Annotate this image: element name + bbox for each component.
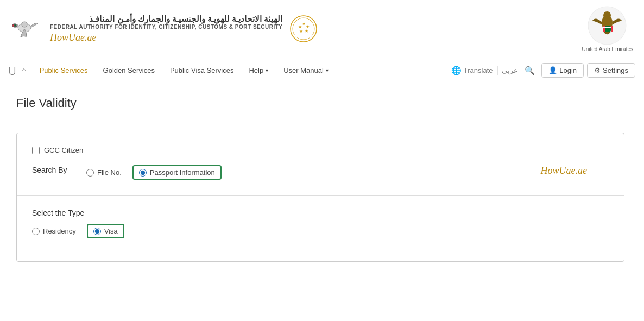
residency-option[interactable]: Residency: [32, 227, 76, 235]
user-manual-arrow-icon: ▾: [326, 67, 329, 73]
header-left: الهيئة الاتحاديـة للهويـة والجنسيـة والج…: [11, 12, 319, 45]
nav-public-services[interactable]: Public Services: [32, 58, 96, 83]
svg-rect-18: [611, 26, 613, 32]
header-text: الهيئة الاتحاديـة للهويـة والجنسيـة والج…: [50, 14, 282, 43]
nav-user-manual[interactable]: User Manual ▾: [276, 58, 336, 83]
login-button[interactable]: 👤 Login: [541, 63, 584, 78]
title-divider: [16, 119, 628, 119]
section-divider: [17, 195, 624, 196]
residency-label: Residency: [43, 227, 76, 235]
svg-text:★: ★: [302, 21, 306, 26]
form-card: GCC Citizen Search By File No. Passport …: [16, 133, 624, 262]
navbar: ⋃ ⌂ Public Services Golden Services Publ…: [0, 58, 644, 83]
svg-rect-17: [603, 26, 605, 32]
search-by-label: Search By: [32, 166, 75, 174]
search-icon[interactable]: 🔍: [521, 64, 538, 78]
file-no-label: File No.: [97, 168, 122, 177]
svg-point-1: [22, 22, 27, 27]
uae-label: United Arab Emirates: [582, 46, 634, 52]
file-no-radio[interactable]: [86, 169, 94, 177]
help-arrow-icon: ▾: [266, 67, 268, 73]
login-icon: 👤: [548, 66, 557, 74]
uae-falcon-icon: [587, 5, 628, 46]
passport-info-radio[interactable]: [139, 169, 147, 177]
translate-icon: 🌐: [451, 66, 462, 75]
search-by-radio-group: File No. Passport Information: [86, 165, 222, 180]
nav-public-visa-services[interactable]: Public Visa Services: [162, 58, 242, 83]
residency-radio[interactable]: [32, 228, 40, 235]
passport-info-option[interactable]: Passport Information: [139, 168, 215, 177]
header: الهيئة الاتحاديـة للهويـة والجنسيـة والج…: [0, 0, 644, 58]
uae-emblem: United Arab Emirates: [582, 5, 634, 52]
translate-label: Translate: [464, 66, 493, 74]
translate-button[interactable]: 🌐 Translate: [451, 66, 493, 75]
settings-button[interactable]: ⚙ Settings: [587, 63, 635, 78]
visa-radio[interactable]: [93, 228, 101, 235]
svg-point-15: [603, 11, 611, 19]
search-by-row: Search By File No. Passport Information: [32, 165, 609, 180]
english-title: FEDERAL AUTHORITY FOR IDENTITY, CITIZENS…: [50, 24, 282, 30]
grid-icon[interactable]: ⋃: [9, 65, 16, 75]
nav-golden-services[interactable]: Golden Services: [96, 58, 162, 83]
logo-bird-icon: [11, 12, 43, 45]
passport-info-highlight: Passport Information: [132, 165, 222, 180]
select-type-label: Select the Type: [32, 209, 609, 217]
select-type-section: Select the Type Residency Visa: [32, 209, 609, 238]
stars-emblem-icon: ★ ★ ★ ★ ★: [289, 14, 319, 44]
arabic-title: الهيئة الاتحاديـة للهويـة والجنسيـة والج…: [50, 14, 282, 24]
form-watermark: HowUae.ae: [541, 165, 587, 177]
select-type-radio-group: Residency Visa: [32, 224, 609, 238]
separator: |: [496, 65, 499, 76]
page-content: File Validity GCC Citizen Search By File…: [0, 83, 644, 275]
svg-point-6: [291, 16, 317, 42]
svg-rect-5: [12, 24, 14, 27]
home-icon[interactable]: ⌂: [21, 66, 27, 75]
svg-text:★: ★: [305, 29, 308, 34]
arabic-language-link[interactable]: عربي: [502, 66, 518, 74]
nav-right: 🌐 Translate | عربي 🔍 👤 Login ⚙ Settings: [451, 63, 635, 78]
visa-option[interactable]: Visa: [93, 227, 118, 235]
search-by-section: Search By File No. Passport Information: [32, 165, 609, 180]
gcc-citizen-checkbox[interactable]: [32, 147, 40, 154]
settings-icon: ⚙: [594, 66, 601, 74]
visa-highlight: Visa: [87, 224, 124, 238]
gcc-citizen-row: GCC Citizen: [32, 146, 609, 154]
svg-text:★: ★: [299, 29, 303, 34]
visa-label: Visa: [104, 227, 118, 235]
gcc-citizen-label[interactable]: GCC Citizen: [44, 146, 83, 154]
passport-info-label: Passport Information: [150, 168, 215, 177]
file-no-option[interactable]: File No.: [86, 168, 122, 177]
svg-rect-19: [603, 27, 611, 28]
svg-rect-4: [14, 27, 16, 27]
watermark: HowUae.ae: [50, 32, 282, 43]
nav-help[interactable]: Help ▾: [241, 58, 276, 83]
page-title: File Validity: [16, 96, 628, 110]
